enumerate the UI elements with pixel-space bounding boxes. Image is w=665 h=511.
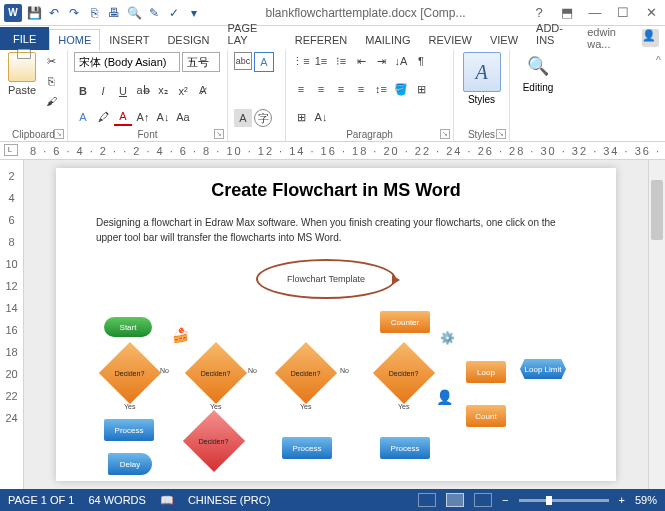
font-color-icon[interactable]: A (114, 108, 132, 126)
styles-button[interactable]: A Styles (463, 52, 501, 105)
subscript-button[interactable]: x₂ (154, 82, 172, 100)
user-menu[interactable]: edwin wa... 👤 (587, 26, 665, 50)
ribbon: Paste ✂ ⎘ 🖌 Clipboard ↘ B I U ab̶ x₂ x² … (0, 50, 665, 142)
decrease-indent-icon[interactable]: ⇤ (352, 52, 370, 70)
tab-mailing[interactable]: MAILING (356, 29, 419, 50)
count-shape: Count (466, 405, 506, 427)
tab-file[interactable]: FILE (0, 27, 49, 50)
copy-icon[interactable]: ⎘ (42, 72, 60, 90)
snap-grid-icon[interactable]: ⊞ (292, 108, 310, 126)
tab-references[interactable]: REFEREN (286, 29, 357, 50)
zoom-in-button[interactable]: + (619, 494, 625, 506)
document-body[interactable]: Designing a flowchart in Edraw Max softw… (96, 215, 576, 245)
format-painter-icon[interactable]: 🖌 (42, 92, 60, 110)
multilevel-icon[interactable]: ⁝≡ (332, 52, 350, 70)
highlight-icon[interactable]: 🖍 (94, 108, 112, 126)
align-left-icon[interactable]: ≡ (292, 80, 310, 98)
show-marks-icon[interactable]: ¶ (412, 52, 430, 70)
text-effects-icon[interactable]: A (74, 108, 92, 126)
line-spacing-icon[interactable]: ↕≡ (372, 80, 390, 98)
vertical-ruler[interactable]: 2468 10121416 18202224 (0, 160, 24, 489)
loop-shape: Loop (466, 361, 506, 383)
print-layout-button[interactable] (446, 493, 464, 507)
redo-icon[interactable]: ↷ (66, 5, 82, 21)
tab-view[interactable]: VIEW (481, 29, 527, 50)
dialog-launcher-icon[interactable]: ↘ (214, 129, 224, 139)
tab-addins[interactable]: ADD-INS (527, 17, 587, 50)
page[interactable]: Create Flowchart in MS Word Designing a … (56, 168, 616, 481)
cut-icon[interactable]: ✂ (42, 52, 60, 70)
strikethrough-button[interactable]: ab̶ (134, 82, 152, 100)
tab-insert[interactable]: INSERT (100, 29, 158, 50)
delay-shape: Delay (108, 453, 152, 475)
text-dir-icon[interactable]: A↓ (312, 108, 330, 126)
tab-page-layout[interactable]: PAGE LAY (219, 17, 286, 50)
label-no: No (160, 367, 169, 374)
close-button[interactable]: ✕ (637, 0, 665, 25)
shrink-font-icon[interactable]: A↓ (154, 108, 172, 126)
language-indicator[interactable]: CHINESE (PRC) (188, 494, 271, 506)
preview-icon[interactable]: 🔍 (126, 5, 142, 21)
font-name-input[interactable] (74, 52, 180, 72)
tab-review[interactable]: REVIEW (420, 29, 481, 50)
spellcheck-icon[interactable]: ✓ (166, 5, 182, 21)
zoom-out-button[interactable]: − (502, 494, 508, 506)
page-indicator[interactable]: PAGE 1 OF 1 (8, 494, 74, 506)
phonetic-icon[interactable]: abc (234, 52, 252, 70)
font-size-input[interactable] (182, 52, 220, 72)
web-layout-button[interactable] (474, 493, 492, 507)
borders-icon[interactable]: ⊞ (412, 80, 430, 98)
tab-selector[interactable]: L (4, 144, 18, 156)
word-count[interactable]: 64 WORDS (88, 494, 145, 506)
user-avatar-icon: 👤 (642, 29, 659, 47)
editing-button[interactable]: 🔍 Editing (523, 52, 554, 93)
dots-icon: ⚙️ (440, 331, 455, 345)
collapse-ribbon-icon[interactable]: ^ (652, 50, 665, 141)
align-center-icon[interactable]: ≡ (312, 80, 330, 98)
enclose-char-icon[interactable]: 字 (254, 109, 272, 127)
clear-format-icon[interactable]: A̷ (194, 82, 212, 100)
paste-button[interactable]: Paste (6, 52, 38, 110)
document-title[interactable]: Create Flowchart in MS Word (96, 180, 576, 201)
read-mode-button[interactable] (418, 493, 436, 507)
vertical-scrollbar[interactable] (648, 160, 665, 489)
char-shading-icon[interactable]: A (234, 109, 252, 127)
dialog-launcher-icon[interactable]: ↘ (496, 129, 506, 139)
underline-button[interactable]: U (114, 82, 132, 100)
bullets-icon[interactable]: ⋮≡ (292, 52, 310, 70)
dialog-launcher-icon[interactable]: ↘ (440, 129, 450, 139)
grow-font-icon[interactable]: A↑ (134, 108, 152, 126)
page-viewport[interactable]: Create Flowchart in MS Word Designing a … (24, 160, 648, 489)
tab-home[interactable]: HOME (49, 29, 100, 51)
undo-icon[interactable]: ↶ (46, 5, 62, 21)
group-styles: A Styles Styles ↘ (454, 50, 510, 141)
flowchart-image[interactable]: Flowchart Template Start Deciden? Decide… (96, 259, 576, 459)
char-border-icon[interactable]: A (254, 52, 274, 72)
shading-icon[interactable]: 🪣 (392, 80, 410, 98)
maximize-button[interactable]: ☐ (609, 0, 637, 25)
status-bar: PAGE 1 OF 1 64 WORDS 📖 CHINESE (PRC) − +… (0, 489, 665, 511)
spellcheck-icon[interactable]: 📖 (160, 494, 174, 507)
change-case-icon[interactable]: Aa (174, 108, 192, 126)
save-icon[interactable]: 💾 (26, 5, 42, 21)
group-label: Paragraph (286, 129, 453, 140)
tab-design[interactable]: DESIGN (158, 29, 218, 50)
qat-icon[interactable]: ⎘ (86, 5, 102, 21)
document-area: 2468 10121416 18202224 Create Flowchart … (0, 160, 665, 489)
zoom-level[interactable]: 59% (635, 494, 657, 506)
qat-icon[interactable]: ✎ (146, 5, 162, 21)
dialog-launcher-icon[interactable]: ↘ (54, 129, 64, 139)
justify-icon[interactable]: ≡ (352, 80, 370, 98)
numbering-icon[interactable]: 1≡ (312, 52, 330, 70)
increase-indent-icon[interactable]: ⇥ (372, 52, 390, 70)
sort-icon[interactable]: ↓A (392, 52, 410, 70)
italic-button[interactable]: I (94, 82, 112, 100)
bold-button[interactable]: B (74, 82, 92, 100)
zoom-slider[interactable] (519, 499, 609, 502)
horizontal-ruler[interactable]: L 8 · 6 · 4 · 2 · · 2 · 4 · 6 · 8 · 10 ·… (0, 142, 665, 160)
align-right-icon[interactable]: ≡ (332, 80, 350, 98)
quick-access-toolbar: W 💾 ↶ ↷ ⎘ 🖶 🔍 ✎ ✓ ▾ (0, 4, 206, 22)
superscript-button[interactable]: x² (174, 82, 192, 100)
qat-dropdown-icon[interactable]: ▾ (186, 5, 202, 21)
print-icon[interactable]: 🖶 (106, 5, 122, 21)
